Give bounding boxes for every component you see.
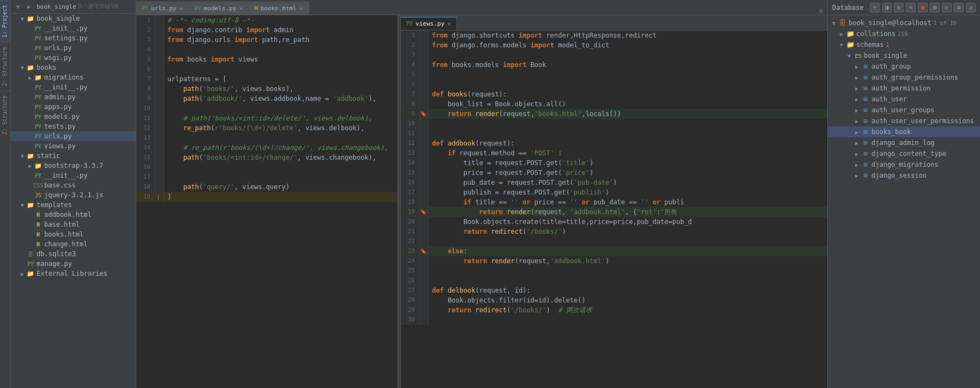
db-item-collations[interactable]: ▶ 📁 collations 219 bbox=[828, 28, 980, 39]
label-addbook-html: addbook.html bbox=[44, 211, 92, 219]
db-item-schemas[interactable]: ▼ 📁 schemas 1 bbox=[828, 39, 980, 50]
db-btn-edit[interactable]: ✎ bbox=[906, 3, 916, 13]
label-models-py: models.py bbox=[44, 113, 80, 120]
sidebar-item-ext-libs[interactable]: ▶ 📁 External Libraries bbox=[11, 269, 136, 278]
vline-content-25 bbox=[429, 266, 827, 276]
root-icon: ◈ bbox=[24, 2, 33, 11]
db-btn-export[interactable]: ↗ bbox=[966, 3, 976, 13]
tab-books-html[interactable]: H books.html × bbox=[249, 2, 310, 15]
label-manage-py: manage.py bbox=[37, 260, 72, 268]
arrow-templates: ▼ bbox=[19, 202, 26, 208]
sidebar-item-base-html[interactable]: H base.html bbox=[11, 220, 136, 229]
db-count-schemas: 1 bbox=[886, 42, 889, 48]
db-btn-grid[interactable]: ⊞ bbox=[930, 3, 940, 13]
sidebar-item-tests-py[interactable]: PY tests.py bbox=[11, 122, 136, 131]
tab-project[interactable]: 1: Project bbox=[0, 0, 10, 42]
project-root[interactable]: ▼ ◈ book_single D:\路飞学城\续 bbox=[11, 0, 136, 14]
db-item-schema-book_single[interactable]: ▼ 🗃 book_single bbox=[828, 50, 980, 61]
vline-num-26: 26 bbox=[401, 276, 420, 286]
vgutter-16 bbox=[420, 178, 429, 187]
db-item-books_book[interactable]: ▶ ⊞ books_book bbox=[828, 126, 980, 137]
sidebar-item-views-py[interactable]: PY views.py bbox=[11, 141, 136, 151]
sidebar-item-init-py-2[interactable]: PY __init__.py bbox=[11, 82, 136, 92]
vgutter-11 bbox=[420, 129, 429, 138]
vcode-line-8: 8 book_list = Book.objects.all() bbox=[401, 99, 827, 109]
db-item-auth_user[interactable]: ▶ ⊞ auth_user bbox=[828, 94, 980, 105]
db-item-auth_user_user_permissions[interactable]: ▶ ⊞ auth_user_user_permissions bbox=[828, 116, 980, 126]
sidebar-item-manage-py[interactable]: PY manage.py bbox=[11, 259, 136, 269]
tab-models-py[interactable]: PY models.py × bbox=[189, 2, 249, 15]
code-line-2: 2 from django.contrib import admin bbox=[136, 25, 398, 35]
tab-close-views[interactable]: × bbox=[447, 21, 451, 27]
sidebar-item-wsgi-py[interactable]: PY wsgi.py bbox=[11, 53, 136, 63]
sidebar-item-books-folder[interactable]: ▼ 📁 books bbox=[11, 63, 136, 72]
sidebar-item-jquery-js[interactable]: JS jquery-3.2.1.js bbox=[11, 190, 136, 200]
db-item-auth_permission[interactable]: ▶ ⊞ auth_permission bbox=[828, 83, 980, 94]
sidebar-item-bootstrap-folder[interactable]: ▶ 📁 bootstrap-3.3.7 bbox=[11, 161, 136, 171]
tab-urls-py[interactable]: PY urls.py × bbox=[136, 2, 189, 15]
folder-icon-migrations: 📁 bbox=[34, 73, 43, 82]
gutter-13 bbox=[155, 133, 164, 143]
tab-close-urls[interactable]: × bbox=[179, 5, 183, 12]
code-area-views[interactable]: 1 from django.shortcuts import render,Ht… bbox=[401, 31, 827, 388]
sidebar-item-change-html[interactable]: H change.html bbox=[11, 239, 136, 249]
db-icon-table-books_book: ⊞ bbox=[861, 128, 870, 136]
code-area-urls[interactable]: 1 # -*- coding:utf-8 -*- 2 from django.c… bbox=[136, 15, 398, 388]
sidebar-item-init-py-3[interactable]: PY __init__.py bbox=[11, 171, 136, 180]
sidebar-item-urls-py-1[interactable]: PY urls.py bbox=[11, 43, 136, 53]
db-btn-refresh[interactable]: ↻ bbox=[894, 3, 904, 13]
vgutter-20 bbox=[420, 217, 429, 227]
tab-views-py[interactable]: PY views.py × bbox=[401, 17, 457, 30]
tab-structure[interactable]: 2: Structure bbox=[0, 42, 10, 90]
sidebar-item-urls-py-2[interactable]: PY urls.py bbox=[11, 131, 136, 141]
db-item-django_content_type[interactable]: ▶ ⊞ django_content_type bbox=[828, 148, 980, 159]
line-num-2: 2 bbox=[136, 25, 155, 35]
vline-num-21: 21 bbox=[401, 227, 420, 237]
db-btn-panel[interactable]: ◨ bbox=[882, 3, 892, 13]
db-arrow-schemas: ▼ bbox=[838, 42, 845, 48]
sidebar-item-db-sqlite[interactable]: 🗄 db.sqlite3 bbox=[11, 249, 136, 259]
tab-z-structure[interactable]: Z: Structure bbox=[0, 90, 10, 139]
db-item-django_migrations[interactable]: ▶ ⊞ django_migrations bbox=[828, 159, 980, 170]
db-item-auth_group_permissions[interactable]: ▶ ⊞ auth_group_permissions bbox=[828, 72, 980, 83]
db-item-django_admin_log[interactable]: ▶ ⊞ django_admin_log bbox=[828, 137, 980, 148]
vgutter-29 bbox=[420, 305, 429, 315]
editor-main: PY urls.py × PY models.py × H books.html… bbox=[136, 0, 827, 388]
db-item-auth_user_groups[interactable]: ▶ ⊞ auth_user_groups bbox=[828, 105, 980, 116]
line-num-15: 15 bbox=[136, 153, 155, 162]
db-icon-schema: 🗃 bbox=[853, 52, 863, 59]
vline-content-23: else: bbox=[429, 246, 827, 256]
sidebar-item-admin-py[interactable]: PY admin.py bbox=[11, 92, 136, 102]
vcode-line-19: 19 🔖 return render(request, 'addbook.htm… bbox=[401, 207, 827, 217]
sidebar-item-base-css[interactable]: CSS base.css bbox=[11, 180, 136, 190]
sidebar-item-settings-py[interactable]: PY settings.py bbox=[11, 33, 136, 43]
folder-icon-book_single: 📁 bbox=[26, 14, 35, 23]
sidebar-item-apps-py[interactable]: PY apps.py bbox=[11, 102, 136, 112]
vgutter-14 bbox=[420, 158, 429, 168]
sidebar-item-models-py[interactable]: PY models.py bbox=[11, 112, 136, 122]
sidebar-item-migrations-folder[interactable]: ▶ 📁 migrations bbox=[11, 72, 136, 82]
vcode-line-29: 29 return redirect('/books/') # 两次请求 bbox=[401, 305, 827, 315]
sidebar-item-static-folder[interactable]: ▼ 📁 static bbox=[11, 151, 136, 161]
sidebar-item-templates-folder[interactable]: ▼ 📁 templates bbox=[11, 200, 136, 210]
sidebar-item-init-py-1[interactable]: PY __init__.py bbox=[11, 23, 136, 33]
db-item-django_session[interactable]: ▶ ⊞ django_session bbox=[828, 170, 980, 181]
db-item-server[interactable]: ▼ 🗄 book_single@localhost 1 of 19 bbox=[828, 17, 980, 28]
arrow-bootstrap: ▶ bbox=[26, 163, 34, 169]
py-icon-manage: PY bbox=[26, 259, 35, 268]
sidebar-item-addbook-html[interactable]: H addbook.html bbox=[11, 210, 136, 220]
editor-tab-bar-right: PY views.py × bbox=[401, 15, 827, 31]
tab-close-books-html[interactable]: × bbox=[299, 5, 303, 12]
db-btn-run[interactable]: ▷ bbox=[942, 3, 952, 13]
split-icon[interactable]: ⊟ bbox=[817, 8, 825, 15]
db-btn-add[interactable]: + bbox=[870, 3, 880, 13]
db-btn-stop[interactable]: ■ bbox=[918, 3, 928, 13]
gutter-9 bbox=[155, 94, 164, 104]
sidebar-item-books-html[interactable]: H books.html bbox=[11, 229, 136, 239]
vline-num-1: 1 bbox=[401, 31, 420, 40]
db-item-auth_group[interactable]: ▶ ⊞ auth_group bbox=[828, 61, 980, 72]
gutter-6 bbox=[155, 64, 164, 74]
sidebar-item-book_single-folder[interactable]: ▼ 📁 book_single bbox=[11, 14, 136, 23]
tab-close-models[interactable]: × bbox=[239, 5, 243, 12]
db-btn-menu[interactable]: ≡ bbox=[954, 3, 964, 13]
